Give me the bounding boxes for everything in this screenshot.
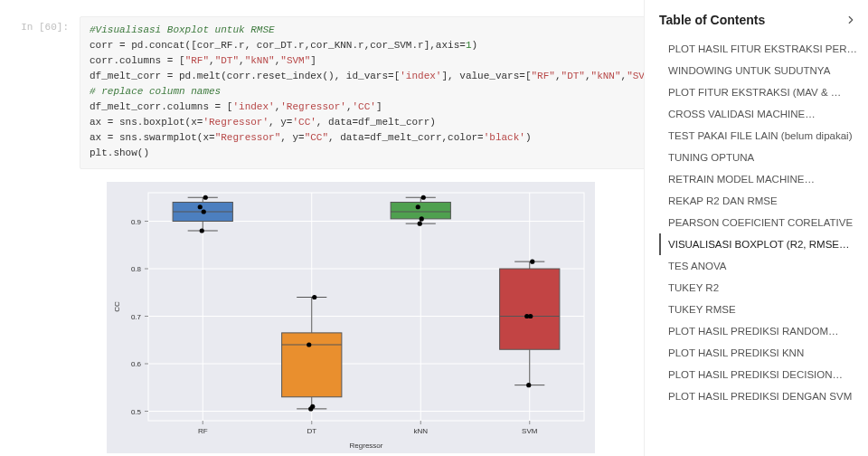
svg-text:0.6: 0.6 [131,360,142,368]
svg-point-40 [310,404,315,409]
svg-point-42 [312,295,316,299]
svg-point-26 [200,229,204,233]
svg-text:RF: RF [198,427,208,435]
notebook-main: In [60]: #Visualisasi Boxplot untuk RMSE… [0,0,644,456]
svg-point-53 [420,217,424,222]
code-cell: In [60]: #Visualisasi Boxplot untuk RMSE… [9,16,635,453]
svg-point-65 [526,383,531,387]
svg-point-55 [421,195,426,200]
toc-item[interactable]: REKAP R2 DAN RMSE [659,190,857,212]
toc-item[interactable]: TES ANOVA [659,255,857,277]
svg-rect-63 [500,269,560,349]
toc-item[interactable]: PEARSON COEFICIENT CORELATIVE [659,212,857,233]
cell-prompt: In [60]: [9,16,80,33]
toc-item[interactable]: TUKEY RMSE [659,299,857,320]
svg-text:Regressor: Regressor [350,442,383,450]
svg-point-27 [202,210,206,214]
toc-title: Table of Contents [659,13,765,27]
svg-rect-50 [391,203,450,219]
toc-item[interactable]: TEST PAKAI FILE LAIN (belum dipakai) [659,125,857,147]
svg-text:kNN: kNN [413,427,428,435]
svg-text:0.7: 0.7 [131,313,142,321]
code-area: #Visualisasi Boxplot untuk RMSE corr = p… [80,16,644,453]
svg-text:CC: CC [113,301,121,312]
svg-text:0.9: 0.9 [131,218,142,226]
table-of-contents: Table of Contents PLOT HASIL FITUR EKSTR… [644,0,868,456]
code-block[interactable]: #Visualisasi Boxplot untuk RMSE corr = p… [80,16,644,169]
svg-point-68 [530,260,534,264]
toc-item[interactable]: PLOT FITUR EKSTRAKSI (MAV & … [659,81,857,103]
toc-item[interactable]: CROSS VALIDASI MACHINE… [659,103,857,125]
toc-header: Table of Contents [659,13,857,27]
svg-text:SVM: SVM [522,427,538,435]
toc-item[interactable]: PLOT HASIL FITUR EKSTRAKSI PER… [659,38,857,60]
toc-item[interactable]: PLOT HASIL PREDIKSI KNN [659,342,857,364]
toc-item[interactable]: RETRAIN MODEL MACHINE… [659,168,857,190]
toc-item[interactable]: PLOT HASIL PREDIKSI RANDOM… [659,320,857,342]
svg-point-41 [307,343,311,347]
svg-point-67 [524,314,529,318]
toc-item[interactable]: TUKEY R2 [659,277,857,299]
toc-item[interactable]: TUNING OPTUNA [659,147,857,168]
svg-point-54 [416,205,420,210]
svg-point-52 [418,222,422,226]
chart-output: 0.50.60.70.80.9CCRegressorRFDTkNNSVM [107,182,644,453]
svg-rect-37 [282,333,342,397]
chevron-right-icon[interactable] [844,14,857,26]
svg-text:DT: DT [307,427,316,435]
svg-point-29 [203,195,208,200]
toc-item[interactable]: PLOT HASIL PREDIKSI DECISION… [659,364,857,385]
toc-item[interactable]: PLOT HASIL PREDIKSI DENGAN SVM [659,385,857,407]
toc-item[interactable]: VISUALISASI BOXPLOT (R2, RMSE… [659,233,857,255]
svg-text:0.8: 0.8 [131,265,142,273]
toc-item[interactable]: WINDOWING UNTUK SUDUTNYA [659,60,857,81]
svg-point-28 [198,205,203,210]
svg-text:0.5: 0.5 [131,408,142,416]
toc-list: PLOT HASIL FITUR EKSTRAKSI PER…WINDOWING… [659,38,857,407]
boxplot-chart: 0.50.60.70.80.9CCRegressorRFDTkNNSVM [107,182,595,453]
